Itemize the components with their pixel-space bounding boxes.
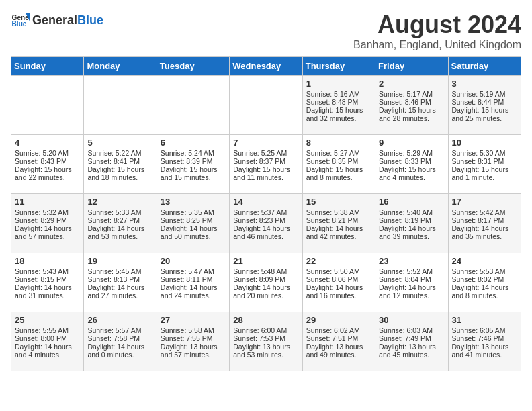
week-row-4: 25Sunrise: 5:55 AMSunset: 8:00 PMDayligh… xyxy=(11,312,521,371)
col-header-tuesday: Tuesday xyxy=(157,57,229,76)
cell-content: Sunset: 8:00 PM xyxy=(15,334,80,342)
calendar-cell: 6Sunrise: 5:24 AMSunset: 8:39 PMDaylight… xyxy=(157,135,229,194)
calendar-cell: 2Sunrise: 5:17 AMSunset: 8:46 PMDaylight… xyxy=(375,76,448,135)
cell-content: Sunrise: 5:40 AM xyxy=(379,208,444,216)
calendar-cell: 8Sunrise: 5:27 AMSunset: 8:35 PMDaylight… xyxy=(302,135,375,194)
day-number: 4 xyxy=(15,138,80,148)
cell-content: Sunset: 8:29 PM xyxy=(15,216,80,224)
cell-content: Sunrise: 5:32 AM xyxy=(15,208,80,216)
day-number: 1 xyxy=(306,79,371,89)
cell-content: Sunset: 8:39 PM xyxy=(161,157,226,165)
cell-content: Sunrise: 6:02 AM xyxy=(306,326,371,334)
cell-content: Sunset: 7:55 PM xyxy=(161,334,226,342)
cell-content: Daylight: 14 hours xyxy=(452,224,517,232)
day-number: 27 xyxy=(161,315,226,325)
calendar-cell: 31Sunrise: 6:05 AMSunset: 7:46 PMDayligh… xyxy=(448,312,521,371)
cell-content: Sunrise: 5:35 AM xyxy=(161,208,226,216)
cell-content: Daylight: 13 hours xyxy=(452,342,517,351)
cell-content: Sunset: 7:58 PM xyxy=(87,334,152,342)
calendar-cell: 24Sunrise: 5:53 AMSunset: 8:02 PMDayligh… xyxy=(448,253,521,312)
cell-content: Sunrise: 5:58 AM xyxy=(161,326,226,334)
cell-content: Sunset: 8:43 PM xyxy=(15,157,80,165)
title-block: August 2024 Banham, England, United King… xyxy=(353,11,521,51)
calendar-cell: 5Sunrise: 5:22 AMSunset: 8:41 PMDaylight… xyxy=(84,135,157,194)
day-number: 21 xyxy=(233,256,298,266)
cell-content: and 22 minutes. xyxy=(15,173,80,181)
cell-content: Daylight: 14 hours xyxy=(161,224,226,232)
cell-content: Sunset: 8:25 PM xyxy=(161,216,226,224)
cell-content: Daylight: 14 hours xyxy=(15,224,80,232)
cell-content: and 53 minutes. xyxy=(233,351,298,359)
cell-content: Sunrise: 5:25 AM xyxy=(233,149,298,157)
cell-content: Sunrise: 6:03 AM xyxy=(379,326,444,334)
cell-content: Sunrise: 5:50 AM xyxy=(306,267,371,275)
cell-content: Daylight: 14 hours xyxy=(306,283,371,291)
cell-content: and 28 minutes. xyxy=(379,114,444,122)
calendar-cell: 19Sunrise: 5:45 AMSunset: 8:13 PMDayligh… xyxy=(84,253,157,312)
cell-content: and 12 minutes. xyxy=(379,291,444,300)
cell-content: and 57 minutes. xyxy=(161,351,226,359)
calendar-table: SundayMondayTuesdayWednesdayThursdayFrid… xyxy=(11,56,521,371)
cell-content: Daylight: 15 hours xyxy=(452,165,517,173)
calendar-cell: 14Sunrise: 5:37 AMSunset: 8:23 PMDayligh… xyxy=(230,194,302,253)
cell-content: Sunrise: 5:37 AM xyxy=(233,208,298,216)
cell-content: and 16 minutes. xyxy=(306,291,371,300)
cell-content: Sunset: 8:15 PM xyxy=(15,275,80,283)
cell-content: Sunrise: 5:52 AM xyxy=(379,267,444,275)
cell-content: Daylight: 14 hours xyxy=(233,224,298,232)
cell-content: Sunset: 8:02 PM xyxy=(452,275,517,283)
cell-content: Sunrise: 5:47 AM xyxy=(161,267,226,275)
cell-content: Daylight: 13 hours xyxy=(161,342,226,351)
calendar-cell: 15Sunrise: 5:38 AMSunset: 8:21 PMDayligh… xyxy=(302,194,375,253)
day-number: 3 xyxy=(452,79,517,89)
day-number: 6 xyxy=(161,138,226,148)
day-number: 20 xyxy=(161,256,226,266)
day-number: 12 xyxy=(87,197,152,207)
calendar-header-row: SundayMondayTuesdayWednesdayThursdayFrid… xyxy=(11,57,521,76)
col-header-friday: Friday xyxy=(375,57,448,76)
cell-content: Daylight: 14 hours xyxy=(306,224,371,232)
cell-content: and 39 minutes. xyxy=(379,232,444,240)
cell-content: and 32 minutes. xyxy=(306,114,371,122)
calendar-cell xyxy=(157,76,229,135)
calendar-cell: 1Sunrise: 5:16 AMSunset: 8:48 PMDaylight… xyxy=(302,76,375,135)
cell-content: Daylight: 13 hours xyxy=(233,342,298,351)
svg-text:Blue: Blue xyxy=(12,20,27,28)
cell-content: Sunset: 8:37 PM xyxy=(233,157,298,165)
cell-content: and 42 minutes. xyxy=(306,232,371,240)
week-row-3: 18Sunrise: 5:43 AMSunset: 8:15 PMDayligh… xyxy=(11,253,521,312)
week-row-2: 11Sunrise: 5:32 AMSunset: 8:29 PMDayligh… xyxy=(11,194,521,253)
logo-icon: General Blue xyxy=(11,11,30,30)
cell-content: and 41 minutes. xyxy=(452,351,517,359)
cell-content: Daylight: 14 hours xyxy=(379,224,444,232)
cell-content: Daylight: 14 hours xyxy=(15,342,80,351)
cell-content: and 53 minutes. xyxy=(87,232,152,240)
cell-content: and 24 minutes. xyxy=(161,291,226,300)
cell-content: Sunset: 8:35 PM xyxy=(306,157,371,165)
cell-content: Sunset: 8:33 PM xyxy=(379,157,444,165)
location-title: Banham, England, United Kingdom xyxy=(353,39,521,51)
cell-content: Sunrise: 6:00 AM xyxy=(233,326,298,334)
cell-content: Daylight: 14 hours xyxy=(452,283,517,291)
calendar-cell xyxy=(84,76,157,135)
day-number: 2 xyxy=(379,79,444,89)
day-number: 15 xyxy=(306,197,371,207)
cell-content: and 20 minutes. xyxy=(233,291,298,300)
calendar-cell: 9Sunrise: 5:29 AMSunset: 8:33 PMDaylight… xyxy=(375,135,448,194)
cell-content: Daylight: 15 hours xyxy=(161,165,226,173)
day-number: 25 xyxy=(15,315,80,325)
calendar-cell: 10Sunrise: 5:30 AMSunset: 8:31 PMDayligh… xyxy=(448,135,521,194)
day-number: 17 xyxy=(452,197,517,207)
cell-content: and 4 minutes. xyxy=(379,173,444,181)
cell-content: Daylight: 14 hours xyxy=(87,224,152,232)
week-row-1: 4Sunrise: 5:20 AMSunset: 8:43 PMDaylight… xyxy=(11,135,521,194)
cell-content: and 27 minutes. xyxy=(87,291,152,300)
calendar-cell: 25Sunrise: 5:55 AMSunset: 8:00 PMDayligh… xyxy=(11,312,84,371)
cell-content: and 1 minute. xyxy=(452,173,517,181)
day-number: 30 xyxy=(379,315,444,325)
day-number: 29 xyxy=(306,315,371,325)
calendar-cell xyxy=(230,76,302,135)
page-header: General Blue GeneralBlue August 2024 Ban… xyxy=(11,11,521,51)
col-header-wednesday: Wednesday xyxy=(230,57,302,76)
cell-content: and 31 minutes. xyxy=(15,291,80,300)
